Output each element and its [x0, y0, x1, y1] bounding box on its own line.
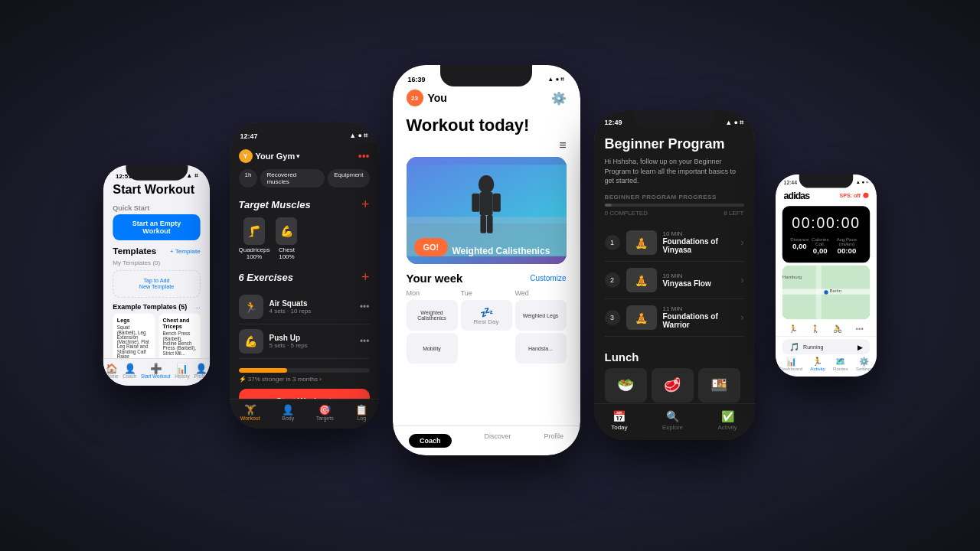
lesson-foundations-vinyasa[interactable]: 1 🧘 10 MIN Foundations of Vinyasa ›	[605, 224, 744, 262]
phone5-bike-icon[interactable]: 🚴	[833, 324, 842, 333]
phone5-music-bar[interactable]: 🎵 Running ▶	[782, 340, 869, 354]
phone1-title: Start Workout	[103, 183, 210, 201]
phone2-gym-badge: Y	[239, 149, 253, 163]
phone1-nav-home[interactable]: 🏠Home	[105, 363, 118, 379]
phone2-nav-targets[interactable]: 🎯Targets	[316, 404, 334, 421]
phone3-workout-card[interactable]: GO! Weighted Calisthenics	[407, 157, 567, 264]
phone4-time: 12:49	[605, 119, 622, 127]
phone4-status: 12:49 ▲ ● ⌗	[594, 111, 755, 130]
food-card-1[interactable]: 🥗	[605, 368, 647, 403]
phone2-icons: ▲ ● ⌗	[349, 132, 368, 140]
phone5-more-icon[interactable]: •••	[855, 324, 863, 333]
phone4-icons: ▲ ● ⌗	[725, 119, 743, 127]
phone5-map: Hamburg Berlin	[782, 266, 869, 319]
svg-rect-11	[815, 266, 821, 319]
phone2-gym-name[interactable]: Your Gym	[256, 152, 296, 161]
exercise-push-up[interactable]: 💪 Push Up 5 sets · 5 reps •••	[239, 324, 370, 359]
stat-calories: Calories Coll. 0,00	[808, 237, 831, 255]
lesson-vinyasa-flow[interactable]: 2 🧘 10 MIN Vinyasa Flow ›	[605, 262, 744, 299]
phone3-status: 16:39 ▲ ● ⌗	[393, 65, 580, 86]
phone3-customize-btn[interactable]: Customize	[530, 274, 566, 282]
phone5-icons: ▲ ● ⌗	[855, 180, 868, 186]
phone2-nav-workout[interactable]: 🏋️Workout	[240, 404, 260, 421]
phone1-nav-start[interactable]: ➕Start Workout	[141, 363, 170, 379]
phone-start-workout: 12:51 ● ▲ ⌗ Start Workout Quick Start St…	[103, 165, 210, 386]
phone1-bottom-nav: 🏠Home 👤Coach ➕Start Workout 📊History 👤Pr…	[103, 358, 210, 386]
phone5-speed-label: SPS: off	[839, 192, 860, 198]
lesson1-arrow[interactable]: ›	[741, 237, 744, 248]
phone5-nav-dashboard[interactable]: 📊 Dashboard	[779, 357, 802, 370]
push-up-more[interactable]: •••	[360, 336, 370, 347]
phone5-bottom-icons: 🏃 🚶 🚴 •••	[776, 322, 877, 337]
phones-container: 12:51 ● ▲ ⌗ Start Workout Quick Start St…	[0, 0, 980, 551]
phone1-nav-history[interactable]: 📊History	[175, 363, 190, 379]
muscle-quadriceps: 🦵 Quadriceps 100%	[239, 217, 270, 260]
phone3-nav-discover[interactable]: Discover	[484, 432, 511, 446]
phone5-status-dot	[863, 193, 868, 198]
phone4-nav-today[interactable]: 📅 Today	[611, 410, 627, 431]
lesson1-thumb: 🧘	[626, 230, 657, 255]
phone2-add-muscle-btn[interactable]: +	[361, 197, 370, 213]
phone1-nav-profile[interactable]: 👤Profile	[194, 363, 207, 379]
phone1-add-template-btn[interactable]: + Template	[169, 248, 200, 255]
food-card-2[interactable]: 🥩	[652, 368, 694, 403]
phone2-time: 12:47	[240, 132, 258, 140]
phone5-timer: 00:00:00	[790, 214, 861, 232]
phone3-username: You	[428, 92, 447, 104]
phone3-rest-day: 💤 Rest Day	[461, 300, 512, 331]
food-card-3[interactable]: 🍱	[698, 368, 740, 403]
phone2-filter-muscles[interactable]: Recovered muscles	[260, 169, 325, 187]
phone3-mon-workout2[interactable]: Mobility	[407, 333, 458, 364]
phone3-nav-coach[interactable]: Coach	[409, 432, 452, 446]
air-squats-more[interactable]: •••	[360, 302, 370, 312]
phone2-more-btn[interactable]: •••	[358, 150, 370, 162]
lesson2-arrow[interactable]: ›	[741, 275, 744, 285]
phone3-wed-workout1[interactable]: Weighted Legs	[515, 300, 567, 331]
phone5-nav-routes[interactable]: 🗺️ Routes	[832, 357, 848, 370]
stat-distance: Distance 0,00	[790, 237, 808, 255]
phone1-more-btn[interactable]: ...	[194, 303, 200, 311]
phone3-day-mon: Mon Weighted Calisthenics Mobility	[407, 289, 458, 364]
phone-running-timer: 12:44 ▲ ● ⌗ adidas SPS: off 00:00:00 Dis…	[776, 174, 877, 377]
phone5-music-text: Running	[803, 344, 823, 350]
lesson3-arrow[interactable]: ›	[741, 312, 744, 323]
phone4-nav-activity[interactable]: ✅ Activity	[717, 410, 737, 431]
svg-rect-5	[472, 194, 479, 212]
phone4-program-title: Beginner Program	[605, 136, 744, 152]
phone2-nav-log[interactable]: 📋Log	[355, 404, 368, 421]
phone-workout-builder: 12:47 ▲ ● ⌗ Y Your Gym ▾ ••• 1h Recovere…	[230, 122, 379, 429]
phone2-nav-body[interactable]: 👤Body	[282, 404, 294, 421]
phone5-run-icon[interactable]: 🏃	[789, 324, 798, 333]
phone5-nav-settings[interactable]: ⚙️ Settings	[855, 357, 872, 370]
quadriceps-icon: 🦵	[243, 217, 265, 245]
exercise-air-squats[interactable]: 🏃 Air Squats 4 sets · 10 reps •••	[239, 290, 370, 324]
phone3-time: 16:39	[408, 76, 426, 83]
phone3-filter-icon[interactable]: ≡	[559, 139, 566, 152]
phone3-mon-workout1[interactable]: Weighted Calisthenics	[407, 300, 458, 331]
phone5-nav-activity[interactable]: 🏃 Activity	[810, 357, 825, 370]
phone5-walk-icon[interactable]: 🚶	[811, 324, 820, 333]
phone5-music-play[interactable]: ▶	[858, 343, 863, 350]
phone3-nav-profile[interactable]: Profile	[544, 432, 564, 446]
phone2-target-muscles-title: Target Muscles	[239, 199, 311, 210]
phone4-bottom-nav: 📅 Today 🔍 Explore ✅ Activity	[594, 403, 755, 440]
phone-coach-main: 16:39 ▲ ● ⌗ 23 You ⚙️ Workout today! ≡	[393, 65, 580, 455]
phone4-food-row: 🥗 🥩 🍱	[594, 368, 755, 403]
stat-pace: Avg Pace (mi/km) 00:00	[831, 237, 861, 255]
phone1-quick-start-label: Quick Start	[113, 204, 200, 211]
phone3-wed-workout2[interactable]: Handsta...	[515, 333, 567, 364]
phone3-workout-name: Weighted Calisthenics	[452, 246, 550, 256]
phone1-start-empty-btn[interactable]: Start an Empty Workout	[113, 214, 200, 240]
lesson-foundations-warrior[interactable]: 3 🧘 11 MIN Foundations of Warrior ›	[605, 299, 744, 337]
phone5-status: 12:44 ▲ ● ⌗	[776, 174, 877, 187]
phone5-bottom-nav: 📊 Dashboard 🏃 Activity 🗺️ Routes ⚙️ Sett…	[776, 354, 877, 377]
phone3-week-title: Your week	[407, 272, 463, 285]
phone2-add-exercise-btn[interactable]: +	[361, 269, 370, 285]
phone3-settings-icon[interactable]: ⚙️	[551, 91, 567, 106]
phone1-nav-coach[interactable]: 👤Coach	[122, 363, 136, 379]
phone3-go-btn[interactable]: GO!	[414, 238, 449, 256]
phone2-filter-equipment[interactable]: Equipment	[328, 169, 369, 187]
phone1-tap-to-add[interactable]: Tap to Add New Template	[113, 270, 200, 298]
phone2-filter-time[interactable]: 1h	[239, 169, 258, 187]
phone4-nav-explore[interactable]: 🔍 Explore	[662, 410, 683, 431]
